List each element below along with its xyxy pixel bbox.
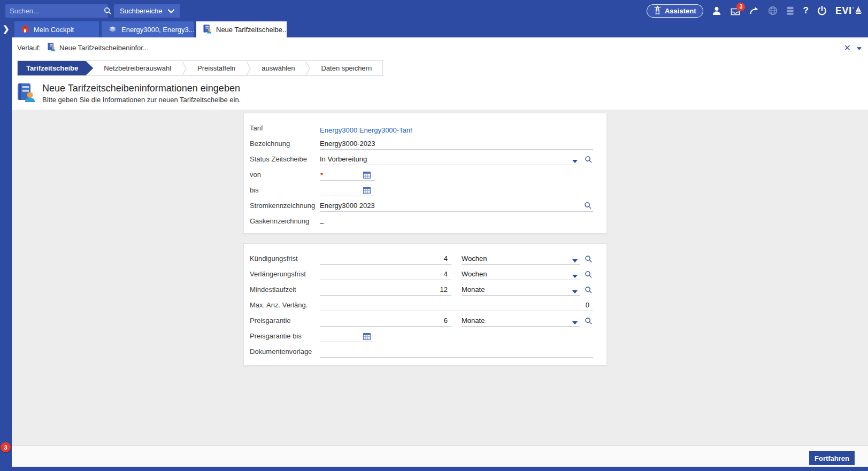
dropdown-caret-icon[interactable] [572,275,580,278]
evi-logo: EVI ° [835,5,863,17]
wizard-step-label: Preisstaffeln [197,64,235,72]
field-label-mindestlaufzeit: Mindestlaufzeit [250,285,320,294]
lookup-icon[interactable] [585,286,593,296]
lookup-icon[interactable] [585,255,593,265]
dropdown-caret-icon[interactable] [572,290,580,294]
wizard-steps: TarifzeitscheibeNetzbetreiberauswahlPrei… [17,60,383,76]
stromkennzeichnung-value: Energy3000 2023 [320,202,375,210]
wizard-step-label: Daten speichern [321,64,372,72]
search-icon[interactable] [104,7,112,15]
history-item-label: Neue Tarifzeitscheibeninfor... [59,44,149,52]
dropdown-caret-icon[interactable] [572,259,580,262]
field-label-status-zeitscheibe: Status Zeitscheibe [250,155,320,163]
wizard-step-label: auswählen [262,64,295,72]
mindestlaufzeit-unit-select[interactable]: Monate [462,284,580,296]
wizard-step-5[interactable]: Daten speichern [310,61,382,75]
user-icon[interactable] [712,6,721,16]
power-logout-icon[interactable] [817,6,827,16]
bezeichnung-input[interactable]: Energy3000-2023 [320,138,593,150]
verlaengerungsfrist-number-input[interactable]: 4 [320,268,451,280]
history-dropdown-caret-icon[interactable] [857,44,862,52]
collapsed-sidebar-strip[interactable] [0,37,12,471]
topbar-actions: Assistent 3 ? EVI [647,0,863,21]
kuendigungsfrist-number-input[interactable]: 4 [320,253,451,265]
lookup-icon[interactable] [585,156,593,165]
field-row-dokumentenvorlage: Dokumentenvorlage [244,344,606,359]
verlaengerungsfrist-unit-value: Wochen [462,270,487,278]
assistant-label: Assistent [665,7,696,15]
field-row-max-anz-verlaeng: Max. Anz. Verläng.0 [244,297,606,313]
form-card-fristen: Kündigungsfrist4WochenVerlängerungsfrist… [243,243,607,366]
global-search[interactable] [5,4,108,18]
field-label-max-anz-verlaeng: Max. Anz. Verläng. [250,301,320,309]
wizard-step-2[interactable]: Netzbetreiberauswahl [93,61,182,75]
assistant-button[interactable]: Assistent [647,4,704,18]
lookup-icon[interactable] [585,271,593,280]
wizard-step-4[interactable]: auswählen [251,61,305,75]
field-zone-verlaengerungsfrist: 4Wochen [320,268,593,280]
field-row-gaskennzeichnung: Gaskennzeichnung– [244,213,606,229]
status-zeitscheibe-select[interactable]: In Vorbereitung [320,153,580,165]
field-zone-stromkennzeichnung: Energy3000 2023 [320,200,593,212]
help-icon[interactable]: ? [803,5,808,16]
alert-count-badge[interactable]: 3 [1,442,11,452]
preisgarantie-number-input[interactable]: 6 [320,315,451,327]
wizard-step-3[interactable]: Preisstaffeln [187,61,246,75]
max-anz-verlaeng-number-input[interactable]: 0 [320,299,593,311]
field-zone-preisgarantie-bis [320,330,593,342]
sailboat-icon [855,6,863,17]
inbox-tray-icon[interactable]: 3 [730,6,741,16]
field-zone-mindestlaufzeit: 12Monate [320,284,593,296]
preisgarantie-bis-date-input[interactable] [320,330,375,342]
stromkennzeichnung-input[interactable]: Energy3000 2023 [320,200,593,212]
wizard-page-icon [16,82,35,105]
field-label-bezeichnung: Bezeichnung [250,140,320,148]
field-row-preisgarantie-bis: Preisgarantie bis [244,328,606,344]
tarif-link[interactable]: Energy3000 Energy3000-Tarif [320,126,412,134]
chevron-down-icon [168,7,174,15]
search-input[interactable] [10,7,104,15]
search-scopes-dropdown[interactable]: Suchbereiche [114,4,180,18]
mindestlaufzeit-number-input[interactable]: 12 [320,284,451,296]
evi-application-window: Suchbereiche Assistent 3 [0,0,868,471]
continue-button[interactable]: Fortfahren [809,451,855,465]
verlaengerungsfrist-unit-select[interactable]: Wochen [462,268,580,280]
expand-panel-chevron-icon[interactable]: ❯ [3,24,10,34]
field-zone-max-anz-verlaeng: 0 [320,299,593,311]
dokumentenvorlage-input[interactable] [320,346,593,358]
field-zone-dokumentenvorlage [320,346,593,358]
field-label-von: von [250,171,320,179]
wizard-step-1[interactable]: Tarifzeitscheibe [18,61,93,75]
tab-label: Neue Tarifzeitscheibe... [216,26,287,34]
page-subtitle: Bitte geben Sie die Informationen zur ne… [42,96,241,104]
tab-mein-cockpit[interactable]: Mein Cockpit [14,21,99,37]
lookup-icon[interactable] [585,317,593,327]
globe-icon [768,6,778,16]
kuendigungsfrist-unit-select[interactable]: Wochen [462,253,580,265]
von-date-input[interactable]: * [320,169,375,181]
close-history-icon[interactable]: ✕ [844,43,851,53]
brand-name: EVI [835,5,852,17]
history-label: Verlauf: [17,44,41,52]
tab-energy3000[interactable]: Energy3000, Energy3... ✖ [102,21,194,37]
tab-neue-tarifzeitscheibe[interactable]: Neue Tarifzeitscheibe... ✖ [196,21,287,37]
history-current-item[interactable]: Neue Tarifzeitscheibeninfor... [47,42,149,53]
notification-badge: 3 [736,3,745,11]
calendar-icon[interactable] [363,187,371,194]
dropdown-caret-icon[interactable] [572,160,580,163]
redo-arrow-icon[interactable] [749,6,759,15]
mindestlaufzeit-unit-value: Monate [462,285,485,294]
bis-date-input[interactable] [320,184,375,196]
field-row-verlaengerungsfrist: Verlängerungsfrist4Wochen [244,266,606,282]
calendar-icon[interactable] [363,171,371,179]
bottom-accent-bar [0,467,868,471]
preisgarantie-unit-select[interactable]: Monate [462,315,580,327]
calendar-icon[interactable] [363,333,371,340]
ledger-books-icon [108,25,117,34]
field-row-mindestlaufzeit: Mindestlaufzeit12Monate [244,282,606,297]
page-header: Neue Tarifzeitscheibeninformationen eing… [16,82,241,105]
tab-label: Mein Cockpit [34,26,74,34]
dropdown-caret-icon[interactable] [572,321,580,325]
brand-degree-mark: ° [852,6,854,12]
lookup-icon[interactable] [584,202,592,210]
